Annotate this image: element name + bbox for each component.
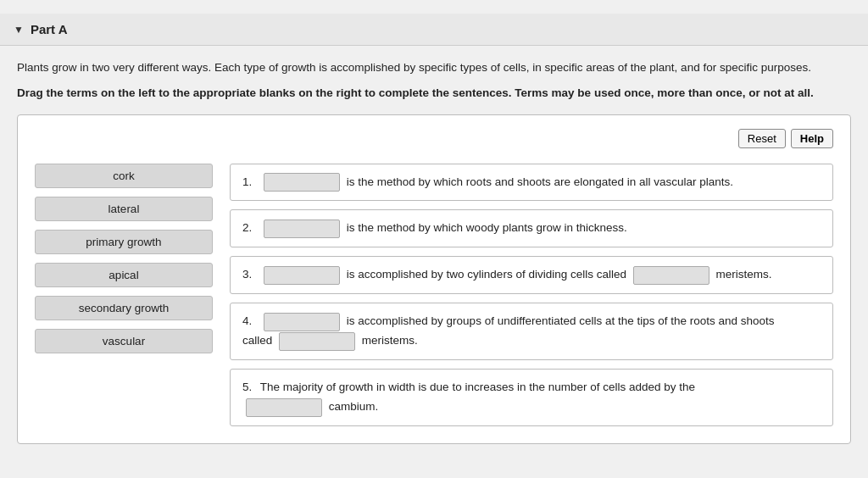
sentence-2: 2. is the method by which woody plants g… xyxy=(230,209,833,247)
sentence-3: 3. is accomplished by two cylinders of d… xyxy=(230,256,833,294)
sentence-text-5b: cambium. xyxy=(329,400,379,413)
drop-blank-1a[interactable] xyxy=(264,173,340,192)
page: ▼ Part A Plants grow in two very differe… xyxy=(0,0,868,478)
drop-blank-4a[interactable] xyxy=(264,313,340,331)
help-button[interactable]: Help xyxy=(791,129,833,148)
instruction-text: Drag the terms on the left to the approp… xyxy=(17,85,851,102)
term-cork[interactable]: cork xyxy=(35,164,213,188)
sentence-label-4: called xyxy=(242,334,275,347)
drop-blank-3a[interactable] xyxy=(264,266,340,285)
sentence-text-4b: meristems. xyxy=(362,334,418,347)
top-buttons: Reset Help xyxy=(35,129,833,148)
part-title: Part A xyxy=(31,22,68,36)
sentence-num-4: 4. xyxy=(242,314,252,327)
sentence-text-1: is the method by which roots and shoots … xyxy=(347,175,733,188)
sentence-text-5a: The majority of growth in width is due t… xyxy=(260,381,695,393)
sentence-4: 4. is accomplished by groups of undiffer… xyxy=(230,303,833,360)
term-vascular[interactable]: vascular xyxy=(35,329,213,353)
term-apical[interactable]: apical xyxy=(35,263,213,287)
sentence-num-3: 3. xyxy=(242,268,252,281)
sentence-1: 1. is the method by which roots and shoo… xyxy=(230,164,833,202)
description-text: Plants grow in two very different ways. … xyxy=(17,59,851,76)
chevron-icon[interactable]: ▼ xyxy=(14,24,24,36)
drop-blank-4b[interactable] xyxy=(279,332,355,351)
content-area: Plants grow in two very different ways. … xyxy=(0,46,868,458)
drop-blank-5a[interactable] xyxy=(246,398,322,417)
sentence-5: 5. The majority of growth in width is du… xyxy=(230,369,833,426)
term-lateral[interactable]: lateral xyxy=(35,197,213,221)
exercise-box: Reset Help corklateralprimary growthapic… xyxy=(17,114,851,445)
sentence-num-5: 5. xyxy=(242,381,252,393)
sentence-text-3b: meristems. xyxy=(715,268,771,281)
reset-button[interactable]: Reset xyxy=(738,129,786,148)
sentence-text-4a: is accomplished by groups of undifferent… xyxy=(347,314,775,327)
sentences-column: 1. is the method by which roots and shoo… xyxy=(230,164,833,427)
drop-blank-3b[interactable] xyxy=(633,266,709,285)
sentence-num-1: 1. xyxy=(242,175,252,188)
sentence-num-2: 2. xyxy=(242,221,252,234)
part-header: ▼ Part A xyxy=(0,14,868,46)
exercise-content: corklateralprimary growthapicalsecondary… xyxy=(35,164,833,427)
drop-blank-2a[interactable] xyxy=(264,220,340,238)
sentence-text-3a: is accomplished by two cylinders of divi… xyxy=(347,268,630,281)
terms-column: corklateralprimary growthapicalsecondary… xyxy=(35,164,213,427)
sentence-text-2: is the method by which woody plants grow… xyxy=(347,221,627,234)
term-primary-growth[interactable]: primary growth xyxy=(35,230,213,254)
term-secondary-growth[interactable]: secondary growth xyxy=(35,296,213,320)
